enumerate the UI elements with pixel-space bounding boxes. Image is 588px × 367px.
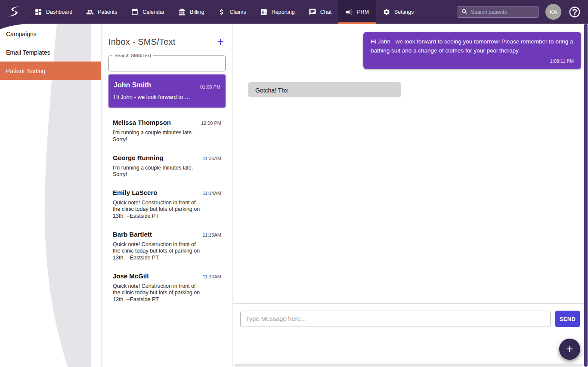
conversation-item[interactable]: Emily LaScero 11:14AM Quick note! Constr… [108, 184, 226, 225]
conversation-item[interactable]: Jose McGill 11:10AM Quick note! Construc… [108, 267, 226, 309]
conversation-header: George Running 11:35AM [113, 154, 221, 161]
inbox-header: Inbox - SMS/Text + [108, 34, 226, 49]
calendar-icon [131, 8, 139, 16]
sms-search-field[interactable]: Search SMS/Text [108, 56, 226, 71]
conversation-list: John Smith 01:08 PM Hi John - we look fo… [108, 74, 226, 308]
search-icon [461, 8, 468, 15]
avatar[interactable]: KA [545, 4, 561, 20]
conversation-time: 12:00 PM [201, 120, 221, 126]
sms-search-label: Search SMS/Text [112, 53, 153, 58]
vertical-scrollbar[interactable] [584, 24, 588, 367]
new-message-fab[interactable]: + [559, 339, 580, 360]
conversation-item[interactable]: Melissa Thompson 12:00 PM I'm running a … [108, 114, 226, 148]
nav-item-label: Calendar [142, 9, 164, 15]
conversation-time: 01:08 PM [200, 84, 220, 89]
sidebar-list: Campaigns Email Templates Patient Textin… [0, 24, 101, 80]
nav-item-label: Patients [98, 9, 117, 15]
conversation-time: 11:13AM [203, 232, 221, 237]
help-icon[interactable] [568, 6, 581, 19]
nav-item-claims[interactable]: Claims [211, 0, 253, 24]
page-body: Campaigns Email Templates Patient Textin… [0, 24, 588, 367]
dashboard-icon [34, 8, 42, 16]
conversation-name: Jose McGill [113, 272, 149, 280]
nav-item-calendar[interactable]: Calendar [124, 0, 171, 24]
nav-item-settings[interactable]: Settings [376, 0, 421, 24]
conversation-time: 11:10AM [203, 274, 221, 279]
conversation-header: Jose McGill 11:10AM [113, 272, 221, 280]
sidebar-item-email-templates[interactable]: Email Templates [0, 43, 101, 62]
new-conversation-button[interactable]: + [215, 36, 226, 48]
conversation-name: George Running [113, 154, 164, 161]
message-text: Gotcha! Thx [255, 86, 394, 94]
inbox-panel: Inbox - SMS/Text + Search SMS/Text John … [101, 24, 232, 367]
conversation-name: Barb Bartlett [113, 231, 152, 238]
nav-item-dashboard[interactable]: Dashboard [28, 0, 79, 24]
conversation-time: 11:14AM [203, 191, 221, 196]
conversation-name: John Smith [114, 81, 151, 89]
nav-item-prm[interactable]: PRM [338, 0, 376, 24]
nav-item-label: Billing [190, 9, 204, 15]
message-row: Gotcha! Thx [233, 82, 588, 97]
megaphone-icon [345, 8, 353, 16]
claims-icon [218, 8, 226, 16]
horizontal-scrollbar[interactable] [234, 364, 583, 367]
nav-right: KA [458, 0, 588, 24]
top-nav: Dashboard Patients Calendar Billing Clai… [0, 0, 588, 24]
conversation-item[interactable]: George Running 11:35AM I'm running a cou… [108, 149, 226, 184]
composer-area: SEND [233, 304, 588, 367]
send-button[interactable]: SEND [555, 311, 580, 327]
conversation-name: Melissa Thompson [113, 119, 171, 126]
message-row: Hi John - we look forward to seeing you … [233, 32, 588, 69]
conversation-preview: Hi John - we look forward to … [114, 94, 220, 101]
message-bubble: Hi John - we look forward to seeing you … [363, 32, 581, 69]
sidebar-item-label: Patient Texting [6, 68, 46, 74]
conversation-item[interactable]: John Smith 01:08 PM Hi John - we look fo… [108, 74, 226, 108]
nav-item-label: Dashboard [46, 9, 72, 15]
app-root: Dashboard Patients Calendar Billing Clai… [0, 0, 588, 367]
nav-item-label: Reporting [272, 9, 295, 15]
conversation-preview: Quick note! Construction in front of the… [113, 200, 204, 220]
patients-icon [86, 8, 94, 16]
nav-item-label: Chat [320, 9, 331, 15]
nav-item-chat[interactable]: Chat [302, 0, 338, 24]
billing-icon [178, 8, 186, 16]
conversation-preview: Quick note! Construction in front of the… [113, 283, 204, 303]
inbox-title: Inbox - SMS/Text [108, 37, 175, 47]
conversation-preview: I'm running a couple minutes late. Sorry… [113, 130, 204, 143]
conversation-name: Emily LaScero [113, 189, 157, 196]
patient-search-input[interactable] [471, 9, 535, 15]
nav-item-label: Claims [229, 9, 246, 15]
conversation-header: Emily LaScero 11:14AM [113, 189, 221, 196]
conversation-time: 11:35AM [203, 156, 221, 161]
sidebar-item-label: Email Templates [6, 49, 50, 56]
nav-item-patients[interactable]: Patients [79, 0, 124, 24]
nav-item-label: PRM [357, 9, 369, 15]
app-logo[interactable] [0, 0, 28, 24]
conversation-header: Barb Bartlett 11:13AM [113, 231, 221, 238]
sidebar-item-patient-texting[interactable]: Patient Texting [0, 62, 101, 80]
conversation-preview: Quick note! Construction in front of the… [113, 241, 204, 262]
nav-items: Dashboard Patients Calendar Billing Clai… [28, 0, 421, 24]
prm-sidebar: Campaigns Email Templates Patient Textin… [0, 24, 101, 367]
logo-icon [6, 5, 21, 19]
nav-curve-decoration [0, 24, 30, 29]
message-input[interactable] [240, 311, 551, 327]
sms-search-input[interactable] [109, 56, 225, 71]
message-bubble: Gotcha! Thx [248, 82, 401, 97]
patient-search[interactable] [458, 6, 538, 18]
reporting-icon [260, 8, 268, 16]
nav-item-reporting[interactable]: Reporting [253, 0, 302, 24]
message-time: 1:08:11 PM [371, 59, 574, 64]
conversation-header: John Smith 01:08 PM [114, 81, 220, 89]
nav-item-billing[interactable]: Billing [171, 0, 211, 24]
conversation-preview: I'm running a couple minutes late. Sorry… [113, 165, 204, 178]
conversation-header: Melissa Thompson 12:00 PM [113, 119, 221, 126]
message-text: Hi John - we look forward to seeing you … [371, 37, 574, 56]
nav-item-label: Settings [394, 9, 414, 15]
message-area: Hi John - we look forward to seeing you … [233, 24, 588, 304]
sidebar-item-label: Campaigns [6, 31, 37, 37]
vertical-scrollbar-thumb[interactable] [584, 24, 588, 367]
chat-icon [309, 8, 316, 16]
conversation-item[interactable]: Barb Bartlett 11:13AM Quick note! Constr… [108, 225, 226, 267]
chat-panel: Hi John - we look forward to seeing you … [232, 24, 588, 367]
